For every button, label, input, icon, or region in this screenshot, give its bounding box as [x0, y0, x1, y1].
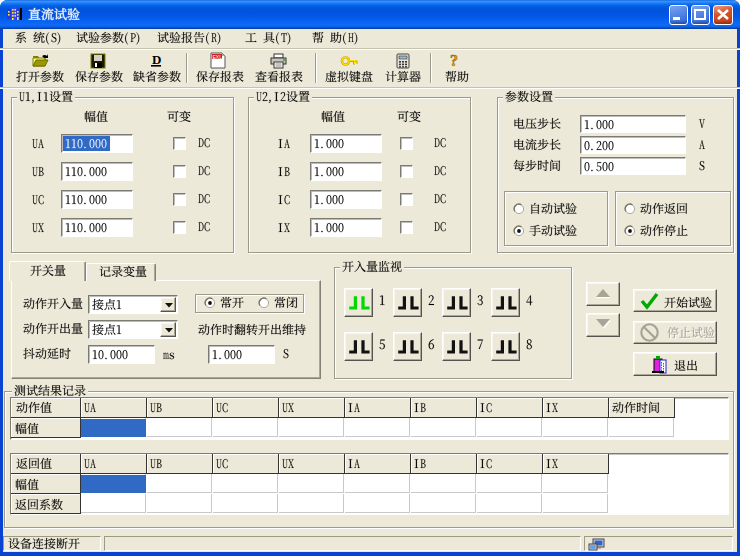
svg-text:D: D: [152, 52, 161, 67]
svg-text:EXL: EXL: [213, 54, 223, 60]
svg-text:?: ?: [450, 52, 458, 69]
